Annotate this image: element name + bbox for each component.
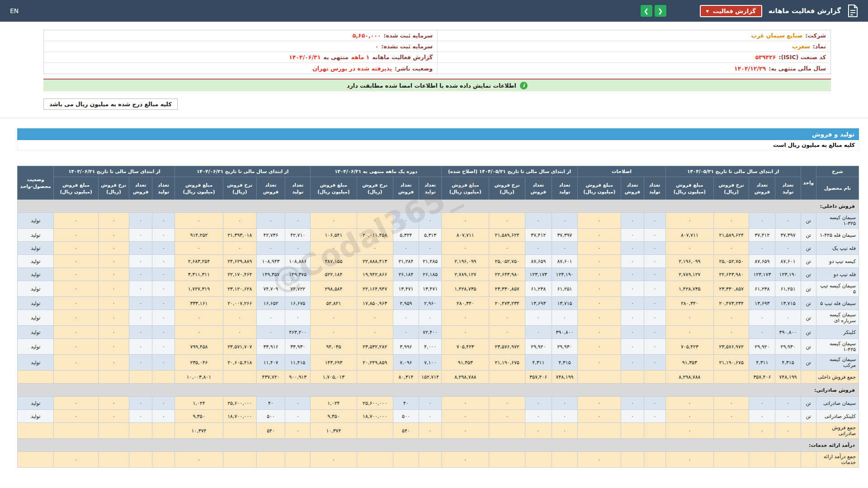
- value-cell: [489, 423, 525, 439]
- value-cell: ۷۲,۴۰۰: [419, 326, 441, 339]
- value-cell: ۰: [129, 355, 152, 371]
- value-cell: ۰: [98, 410, 129, 423]
- product-name-cell: سیمان کیسه سرباره ای: [816, 310, 859, 326]
- report-navigation-arrows: ❮ ❯: [641, 5, 666, 17]
- next-report-button[interactable]: ❯: [655, 5, 666, 17]
- table-row: سیمان کیسه مرکبتن۴,۳۱۵۴,۳۱۱۲۱,۱۹۰,۶۷۵۹۱,…: [18, 355, 859, 371]
- value-cell: ۲۰,۰۱۱,۴۵۸: [357, 229, 393, 242]
- value-cell: ۱۷,۸۵۰,۹۶۳: [357, 297, 393, 310]
- value-cell: ۲۲,۱۶۴,۹۴۷: [357, 281, 393, 297]
- value-cell: ۶۱,۲۵۱: [775, 281, 801, 297]
- value-cell: ۰: [489, 326, 525, 339]
- info-row: سال مالی منتهی به:۱۴۰۴/۱۲/۲۹: [438, 63, 830, 74]
- value-cell: ۰: [442, 326, 489, 339]
- value-cell: ۰: [393, 326, 419, 339]
- value-cell: ۰: [54, 339, 98, 355]
- value-cell: [525, 452, 552, 468]
- table-row: سیمان کیسه ۳۲۵-۱تن۰۰۰۰۰۰۰۰۰۰۰۰۰۰۰۰۰۰۰۰۰۰…: [18, 213, 859, 229]
- value-cell: ۱۰۸,۹۴۳: [256, 255, 285, 268]
- value-cell: ۰: [256, 213, 285, 229]
- value-cell: ۱۳,۶۹۳: [749, 297, 775, 310]
- value-cell: ۱۳,۴۷۱: [419, 281, 441, 297]
- value-cell: ۰: [54, 255, 98, 268]
- value-cell: [152, 371, 175, 384]
- value-cell: ۲۰,۴۷۳,۲۳۴: [489, 297, 525, 310]
- column-header: مبلغ فروش (میلیون ریال): [311, 177, 357, 200]
- value-cell: ۰: [578, 410, 621, 423]
- value-cell: ۰: [714, 242, 749, 255]
- value-cell: ۰: [775, 423, 801, 439]
- value-cell: ۸۷,۶۵۹: [525, 255, 552, 268]
- value-cell: ۰: [525, 310, 552, 326]
- value-cell: ۰: [152, 281, 175, 297]
- value-cell: ۰: [98, 339, 129, 355]
- unit-cell: تن: [801, 339, 816, 355]
- value-cell: [98, 452, 129, 468]
- status-cell: تولید: [18, 326, 54, 339]
- value-cell: ۰: [442, 242, 489, 255]
- value-cell: ۰: [129, 339, 152, 355]
- value-cell: ۰: [665, 242, 713, 255]
- value-cell: ۲۸۰,۳۴۰: [442, 297, 489, 310]
- info-label: نماد:: [813, 43, 826, 50]
- value-cell: ۰: [311, 242, 357, 255]
- value-cell: [621, 423, 644, 439]
- info-link[interactable]: سغرب: [792, 43, 810, 50]
- value-cell: ۰: [175, 310, 223, 326]
- value-cell: ۰: [357, 310, 393, 326]
- value-cell: ۰: [256, 326, 285, 339]
- value-cell: ۷۴۸,۱۹۹: [775, 371, 801, 384]
- value-cell: [419, 452, 441, 468]
- value-cell: ۲۳۵,۰۴۶: [175, 355, 223, 371]
- value-cell: ۱۲۳,۱۷۳: [525, 268, 552, 281]
- value-cell: ۸,۲۹۸,۷۸۸: [442, 371, 489, 384]
- value-cell: ۰: [357, 326, 393, 339]
- previous-report-button[interactable]: ❮: [641, 5, 652, 17]
- info-label: کد صنعت (ISIC):: [778, 54, 826, 61]
- info-value: ۵۳۹۴۲۶: [755, 54, 776, 61]
- product-name-cell: سیمان صادراتی: [816, 397, 859, 410]
- value-cell: ۰: [54, 326, 98, 339]
- value-cell: ۲۱,۵۸۹,۶۲۴: [489, 229, 525, 242]
- value-cell: ۰: [665, 310, 713, 326]
- value-cell: ۰: [621, 355, 644, 371]
- column-header: از ابتدای سال مالی تا تاریخ ۱۴۰۳/۰۶/۳۱: [54, 166, 175, 177]
- value-cell: ۰: [152, 410, 175, 423]
- value-cell: [489, 452, 525, 468]
- value-cell: ۰: [644, 297, 665, 310]
- value-cell: [223, 371, 256, 384]
- value-cell: ۰: [357, 242, 393, 255]
- value-cell: ۰: [419, 213, 441, 229]
- info-link[interactable]: صنایع سیمان غرب: [751, 32, 803, 39]
- value-cell: ۱,۴۲۸,۷۳۵: [442, 281, 489, 297]
- column-header: تعداد فروش: [256, 177, 285, 200]
- value-cell: ۰: [256, 242, 285, 255]
- column-header: تعداد فروش: [393, 177, 419, 200]
- column-header: تعداد تولید: [152, 177, 175, 200]
- value-cell: ۰: [578, 339, 621, 355]
- value-cell: ۰: [98, 326, 129, 339]
- language-toggle-en[interactable]: EN: [10, 7, 19, 14]
- total-row: جمع درآمد ارائه خدمات۰۰۰۰۰۰: [18, 452, 859, 468]
- value-cell: ۸۰۷,۷۱۱: [442, 229, 489, 242]
- value-cell: ۰: [644, 281, 665, 297]
- value-cell: ۰: [152, 397, 175, 410]
- value-cell: ۰: [98, 242, 129, 255]
- value-cell: ۱۲۳,۱۹۰: [775, 268, 801, 281]
- total-row: جمع فروش داخلی۷۴۸,۱۹۹۳۵۷,۴۰۶۸,۲۹۸,۷۸۸۷۴۸…: [18, 371, 859, 384]
- value-cell: ۰: [621, 242, 644, 255]
- value-cell: ۰: [578, 281, 621, 297]
- unit-cell: تن: [801, 242, 816, 255]
- table-row: سیمان فله تیپ ۵تن۱۳,۷۱۵۱۳,۶۹۳۲۰,۴۷۳,۲۳۴۲…: [18, 297, 859, 310]
- report-type-dropdown[interactable]: گزارش فعالیت ▾: [700, 5, 762, 17]
- value-cell: ۲۹,۹۲۰: [525, 339, 552, 355]
- value-cell: ۰: [442, 452, 489, 468]
- value-cell: ۰: [489, 213, 525, 229]
- value-cell: ۰: [621, 229, 644, 242]
- table-row: سیمان صادراتیتن۰۰۰۰۰۰۰۰۰۰۰۰۴۰۲۵,۶۰۰,۰۰۰۱…: [18, 397, 859, 410]
- value-cell: ۰: [419, 310, 441, 326]
- column-header: از ابتدای سال مالی تا تاریخ ۱۴۰۴/۰۵/۳۱: [665, 166, 801, 177]
- unit-cell: تن: [801, 297, 816, 310]
- value-cell: ۰: [489, 410, 525, 423]
- value-cell: ۴۰: [393, 397, 419, 410]
